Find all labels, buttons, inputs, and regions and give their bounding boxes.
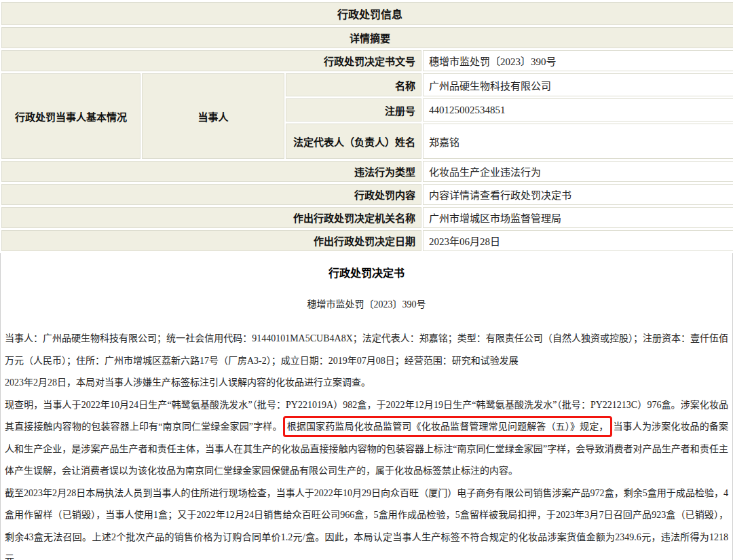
party-subheader: 当事人	[142, 73, 284, 159]
table-row: 行政处罚信息	[1, 2, 733, 25]
deciding-authority-label: 作出行政处罚决定机关名称	[1, 207, 421, 228]
deciding-authority-value: 广州市增城区市场监督管理局	[423, 207, 733, 228]
table-row: 行政处罚决定书文号 穗增市监处罚〔2023〕390号	[1, 50, 733, 71]
document-number: 穗增市监处罚〔2023〕390号	[5, 297, 728, 310]
paragraph-findings: 现查明，当事人于2022年10月24日生产“韩鹭氨基酸洗发水”（批号：PY221…	[5, 394, 728, 483]
table-row: 违法行为类型 化妆品生产企业违法行为	[1, 161, 733, 182]
doc-number-value: 穗增市监处罚〔2023〕390号	[423, 50, 733, 71]
highlighted-regulation-clause: 根据国家药监局化妆品监管司《化妆品监督管理常见问题解答（五）》规定，	[283, 416, 613, 437]
legal-representative-label: 法定代表人（负责人）姓名	[286, 124, 421, 159]
paragraph-party-info: 当事人：广州品硬生物科技有限公司；统一社会信用代码：91440101MA5CUB…	[5, 328, 728, 372]
table-row: 作出行政处罚决定机关名称 广州市增城区市场监督管理局	[1, 207, 733, 228]
decision-date-value: 2023年06月28日	[423, 230, 733, 251]
violation-type-label: 违法行为类型	[1, 161, 421, 182]
decision-date-label: 作出行政处罚决定日期	[1, 230, 421, 251]
legal-representative-value: 郑嘉铭	[423, 124, 733, 159]
table-row: 作出行政处罚决定日期 2023年06月28日	[1, 230, 733, 251]
doc-number-label: 行政处罚决定书文号	[1, 50, 421, 71]
penalty-content-value: 内容详情请查看行政处罚决定书	[423, 184, 733, 205]
party-section-header: 行政处罚当事人基本情况	[1, 73, 140, 159]
table-row: 行政处罚内容 内容详情请查看行政处罚决定书	[1, 184, 733, 205]
paragraph-case-filing: 2023年2月28日，本局对当事人涉嫌生产标签标注引人误解内容的化妆品进行立案调…	[5, 372, 728, 394]
page-title: 行政处罚信息	[1, 2, 733, 25]
penalty-content-label: 行政处罚内容	[1, 184, 421, 205]
document-body: 当事人：广州品硬生物科技有限公司；统一社会信用代码：91440101MA5CUB…	[5, 328, 728, 560]
table-row: 行政处罚当事人基本情况 当事人 名称 广州品硬生物科技有限公司	[1, 73, 733, 96]
section-subtitle: 详情摘要	[1, 27, 733, 48]
table-row: 详情摘要	[1, 27, 733, 48]
registration-number-value: 440125002534851	[423, 98, 733, 122]
paragraph-inspection-details: 截至2023年2月28日本局执法人员到当事人的住所进行现场检查，当事人于2022…	[5, 483, 728, 560]
document-title: 行政处罚决定书	[5, 264, 728, 280]
violation-type-value: 化妆品生产企业违法行为	[423, 161, 733, 182]
party-name-label: 名称	[286, 73, 421, 96]
party-name-value: 广州品硬生物科技有限公司	[423, 73, 733, 96]
registration-number-label: 注册号	[286, 98, 421, 122]
penalty-summary-table: 行政处罚信息 详情摘要 行政处罚决定书文号 穗增市监处罚〔2023〕390号 行…	[0, 0, 733, 253]
penalty-decision-document: 行政处罚决定书 穗增市监处罚〔2023〕390号 当事人：广州品硬生物科技有限公…	[0, 253, 733, 560]
penalty-record-page: 行政处罚信息 详情摘要 行政处罚决定书文号 穗增市监处罚〔2023〕390号 行…	[0, 0, 733, 560]
